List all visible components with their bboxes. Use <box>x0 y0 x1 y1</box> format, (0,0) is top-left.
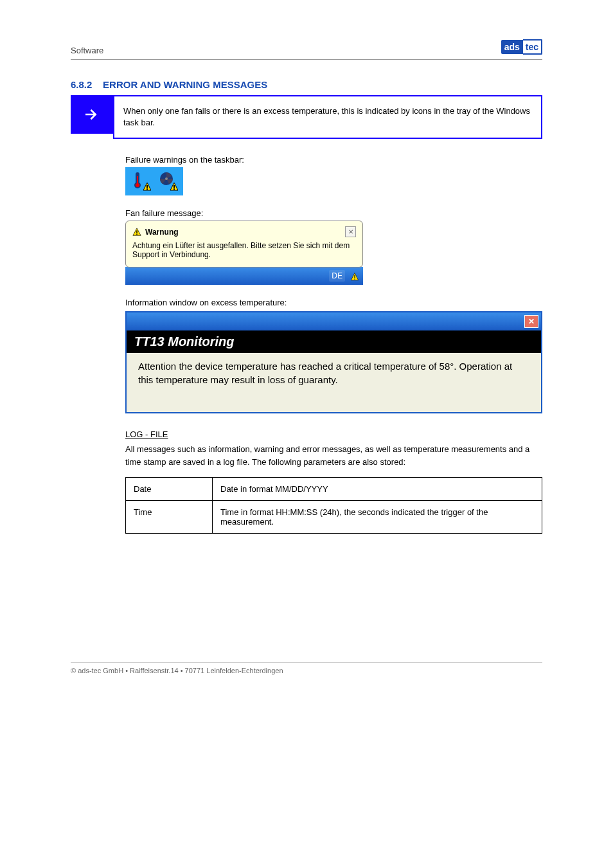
logo-ads-part: ads <box>501 40 523 54</box>
tray-fan-warning-icon[interactable] <box>349 270 360 282</box>
balloon-close-button[interactable]: ✕ <box>345 226 356 237</box>
log-file-description: All messages such as information, warnin… <box>125 443 542 468</box>
svg-rect-17 <box>354 279 355 280</box>
page-footer: © ads-tec GmbH • Raiffeisenstr.14 • 7077… <box>71 662 542 674</box>
tray-icons-panel <box>125 167 183 195</box>
balloon-title: Warnung <box>145 228 179 237</box>
svg-rect-5 <box>147 185 148 188</box>
balloon-body: Achtung ein Lüfter ist ausgefallen. Bitt… <box>132 241 356 259</box>
callout-text: When only one fan fails or there is an e… <box>113 95 542 139</box>
adstec-logo: ads tec <box>501 39 542 55</box>
footer-copyright: © ads-tec GmbH • Raiffeisenstr.14 • 7077… <box>71 662 542 674</box>
svg-rect-16 <box>354 275 355 278</box>
svg-point-8 <box>165 177 168 180</box>
logo-tec-part: tec <box>523 39 542 55</box>
param-name: Time <box>126 501 213 534</box>
log-file-heading: LOG - FILE <box>125 429 542 439</box>
header-section-label: Software <box>71 46 103 55</box>
section-title: ERROR AND WARNING MESSAGES <box>103 79 267 90</box>
svg-rect-10 <box>173 185 175 188</box>
monitoring-dialog: ✕ TT13 Monitoring Attention the device t… <box>125 311 542 413</box>
table-row: Time Time in format HH:MM:SS (24h), the … <box>126 501 542 534</box>
tray-icons-caption: Failure warnings on the taskbar: <box>125 155 542 165</box>
balloon-caption: Fan failure message: <box>125 208 542 218</box>
svg-rect-2 <box>137 176 138 184</box>
note-callout: When only one fan fails or there is an e… <box>71 95 542 139</box>
svg-rect-11 <box>173 188 175 190</box>
temperature-warning-icon <box>130 171 151 192</box>
dialog-body: Attention the device temperature has rea… <box>127 353 541 412</box>
arrow-icon <box>71 95 113 134</box>
page-header: Software ads tec <box>71 39 542 60</box>
param-desc: Time in format HH:MM:SS (24h), the secon… <box>213 501 542 534</box>
section-heading: 6.8.2 ERROR AND WARNING MESSAGES <box>71 79 542 90</box>
svg-rect-13 <box>136 230 137 233</box>
windows-taskbar[interactable]: DE <box>125 267 363 285</box>
balloon-notification: Warnung ✕ Achtung ein Lüfter ist ausgefa… <box>125 221 363 285</box>
table-row: Date Date in format MM/DD/YYYY <box>126 478 542 501</box>
dialog-titlebar[interactable]: ✕ <box>127 312 541 330</box>
warning-triangle-icon <box>132 228 141 237</box>
svg-point-3 <box>136 183 139 187</box>
dialog-close-button[interactable]: ✕ <box>524 315 538 328</box>
svg-rect-6 <box>147 188 148 190</box>
dialog-heading: TT13 Monitoring <box>127 330 541 353</box>
log-params-table: Date Date in format MM/DD/YYYY Time Time… <box>125 477 542 534</box>
language-indicator[interactable]: DE <box>329 270 345 282</box>
param-name: Date <box>126 478 213 501</box>
info-window-caption: Information window on excess temperature… <box>125 298 542 307</box>
param-desc: Date in format MM/DD/YYYY <box>213 478 542 501</box>
fan-warning-icon <box>157 171 178 192</box>
section-number: 6.8.2 <box>71 79 92 90</box>
svg-rect-14 <box>136 234 137 235</box>
